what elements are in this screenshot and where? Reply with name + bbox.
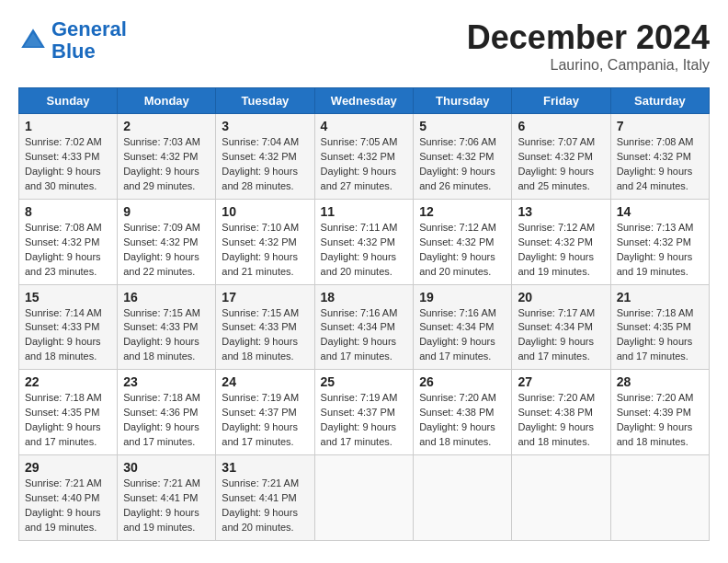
day-info: Sunrise: 7:18 AM Sunset: 4:35 PM Dayligh… (25, 391, 111, 450)
sunrise-label: Sunrise: 7:19 AM (222, 392, 299, 403)
sunrise-label: Sunrise: 7:21 AM (25, 477, 102, 488)
logo: General Blue (18, 18, 127, 63)
day-info: Sunrise: 7:06 AM Sunset: 4:32 PM Dayligh… (419, 135, 506, 194)
sunset-label: Sunset: 4:32 PM (321, 151, 395, 162)
day-info: Sunrise: 7:15 AM Sunset: 4:33 PM Dayligh… (222, 306, 308, 365)
day-info: Sunrise: 7:18 AM Sunset: 4:35 PM Dayligh… (617, 306, 703, 365)
sunrise-label: Sunrise: 7:20 AM (518, 392, 595, 403)
month-title: December 2024 (467, 18, 710, 57)
calendar-day-cell: 20 Sunrise: 7:17 AM Sunset: 4:34 PM Dayl… (512, 284, 610, 370)
daylight-label: Daylight: 9 hours and 18 minutes. (617, 421, 693, 447)
sunset-label: Sunset: 4:32 PM (321, 236, 395, 247)
calendar-empty-cell (610, 455, 709, 541)
sunrise-label: Sunrise: 7:16 AM (321, 307, 398, 318)
day-number: 25 (321, 374, 408, 389)
day-number: 17 (222, 290, 308, 304)
day-info: Sunrise: 7:21 AM Sunset: 4:40 PM Dayligh… (25, 477, 111, 535)
col-header-monday: Monday (118, 88, 216, 114)
calendar-day-cell: 27 Sunrise: 7:20 AM Sunset: 4:38 PM Dayl… (512, 370, 610, 455)
calendar-week-row: 22 Sunrise: 7:18 AM Sunset: 4:35 PM Dayl… (19, 370, 710, 455)
sunrise-label: Sunrise: 7:03 AM (123, 136, 200, 147)
daylight-label: Daylight: 9 hours and 18 minutes. (222, 336, 298, 362)
calendar-day-cell: 11 Sunrise: 7:11 AM Sunset: 4:32 PM Dayl… (314, 199, 414, 284)
day-number: 15 (25, 290, 111, 304)
daylight-label: Daylight: 9 hours and 21 minutes. (222, 251, 298, 277)
daylight-label: Daylight: 9 hours and 29 minutes. (123, 166, 199, 191)
daylight-label: Daylight: 9 hours and 17 minutes. (123, 421, 199, 447)
logo-text: General Blue (51, 18, 127, 63)
day-info: Sunrise: 7:17 AM Sunset: 4:34 PM Dayligh… (518, 306, 604, 365)
sunrise-label: Sunrise: 7:07 AM (518, 136, 595, 147)
calendar-day-cell: 28 Sunrise: 7:20 AM Sunset: 4:39 PM Dayl… (610, 370, 709, 455)
sunset-label: Sunset: 4:39 PM (617, 407, 691, 418)
day-number: 19 (419, 290, 506, 304)
sunrise-label: Sunrise: 7:20 AM (617, 392, 694, 403)
calendar-day-cell: 6 Sunrise: 7:07 AM Sunset: 4:32 PM Dayli… (512, 114, 610, 200)
sunset-label: Sunset: 4:32 PM (518, 151, 592, 162)
day-number: 5 (419, 119, 506, 133)
sunset-label: Sunset: 4:32 PM (518, 236, 592, 247)
day-number: 31 (222, 460, 308, 475)
sunrise-label: Sunrise: 7:21 AM (222, 477, 299, 488)
daylight-label: Daylight: 9 hours and 17 minutes. (25, 421, 101, 447)
daylight-label: Daylight: 9 hours and 19 minutes. (25, 507, 101, 533)
sunset-label: Sunset: 4:36 PM (123, 407, 198, 418)
daylight-label: Daylight: 9 hours and 27 minutes. (321, 166, 397, 191)
day-number: 6 (518, 119, 604, 133)
sunset-label: Sunset: 4:33 PM (123, 321, 198, 332)
daylight-label: Daylight: 9 hours and 17 minutes. (222, 421, 298, 447)
daylight-label: Daylight: 9 hours and 30 minutes. (25, 166, 101, 191)
col-header-sunday: Sunday (19, 88, 118, 114)
day-number: 20 (518, 290, 604, 304)
day-info: Sunrise: 7:18 AM Sunset: 4:36 PM Dayligh… (123, 391, 210, 450)
calendar-day-cell: 30 Sunrise: 7:21 AM Sunset: 4:41 PM Dayl… (118, 455, 216, 541)
col-header-saturday: Saturday (610, 88, 709, 114)
sunset-label: Sunset: 4:40 PM (25, 492, 99, 503)
day-info: Sunrise: 7:16 AM Sunset: 4:34 PM Dayligh… (321, 306, 408, 365)
calendar-day-cell: 23 Sunrise: 7:18 AM Sunset: 4:36 PM Dayl… (118, 370, 216, 455)
day-info: Sunrise: 7:12 AM Sunset: 4:32 PM Dayligh… (419, 221, 506, 280)
calendar-day-cell: 21 Sunrise: 7:18 AM Sunset: 4:35 PM Dayl… (610, 284, 709, 370)
calendar-day-cell: 24 Sunrise: 7:19 AM Sunset: 4:37 PM Dayl… (216, 370, 314, 455)
calendar-day-cell: 1 Sunrise: 7:02 AM Sunset: 4:33 PM Dayli… (19, 114, 118, 200)
day-number: 29 (25, 460, 111, 475)
location: Laurino, Campania, Italy (467, 57, 710, 74)
col-header-tuesday: Tuesday (216, 88, 314, 114)
calendar-day-cell: 17 Sunrise: 7:15 AM Sunset: 4:33 PM Dayl… (216, 284, 314, 370)
day-number: 28 (617, 374, 703, 389)
daylight-label: Daylight: 9 hours and 17 minutes. (419, 336, 495, 362)
daylight-label: Daylight: 9 hours and 28 minutes. (222, 166, 298, 191)
day-number: 9 (123, 204, 210, 219)
sunset-label: Sunset: 4:33 PM (25, 151, 99, 162)
calendar-table: SundayMondayTuesdayWednesdayThursdayFrid… (18, 87, 710, 541)
col-header-thursday: Thursday (414, 88, 512, 114)
calendar-day-cell: 2 Sunrise: 7:03 AM Sunset: 4:32 PM Dayli… (118, 114, 216, 200)
calendar-day-cell: 4 Sunrise: 7:05 AM Sunset: 4:32 PM Dayli… (314, 114, 414, 200)
day-number: 16 (123, 290, 210, 304)
daylight-label: Daylight: 9 hours and 17 minutes. (518, 336, 594, 362)
sunrise-label: Sunrise: 7:10 AM (222, 222, 299, 233)
day-info: Sunrise: 7:12 AM Sunset: 4:32 PM Dayligh… (518, 221, 604, 280)
day-info: Sunrise: 7:11 AM Sunset: 4:32 PM Dayligh… (321, 221, 408, 280)
calendar-day-cell: 12 Sunrise: 7:12 AM Sunset: 4:32 PM Dayl… (414, 199, 512, 284)
calendar-day-cell: 5 Sunrise: 7:06 AM Sunset: 4:32 PM Dayli… (414, 114, 512, 200)
calendar-week-row: 1 Sunrise: 7:02 AM Sunset: 4:33 PM Dayli… (19, 114, 710, 200)
day-info: Sunrise: 7:20 AM Sunset: 4:39 PM Dayligh… (617, 391, 703, 450)
day-info: Sunrise: 7:07 AM Sunset: 4:32 PM Dayligh… (518, 135, 604, 194)
daylight-label: Daylight: 9 hours and 20 minutes. (419, 251, 495, 277)
calendar-empty-cell (512, 455, 610, 541)
sunset-label: Sunset: 4:32 PM (222, 236, 296, 247)
day-info: Sunrise: 7:02 AM Sunset: 4:33 PM Dayligh… (25, 135, 111, 194)
sunrise-label: Sunrise: 7:06 AM (419, 136, 496, 147)
sunset-label: Sunset: 4:34 PM (321, 321, 395, 332)
calendar-day-cell: 18 Sunrise: 7:16 AM Sunset: 4:34 PM Dayl… (314, 284, 414, 370)
daylight-label: Daylight: 9 hours and 23 minutes. (25, 251, 101, 277)
sunrise-label: Sunrise: 7:15 AM (222, 307, 299, 318)
daylight-label: Daylight: 9 hours and 20 minutes. (321, 251, 397, 277)
calendar-day-cell: 16 Sunrise: 7:15 AM Sunset: 4:33 PM Dayl… (118, 284, 216, 370)
calendar-day-cell: 9 Sunrise: 7:09 AM Sunset: 4:32 PM Dayli… (118, 199, 216, 284)
day-number: 22 (25, 374, 111, 389)
sunrise-label: Sunrise: 7:19 AM (321, 392, 398, 403)
daylight-label: Daylight: 9 hours and 19 minutes. (123, 507, 199, 533)
sunset-label: Sunset: 4:32 PM (419, 151, 494, 162)
